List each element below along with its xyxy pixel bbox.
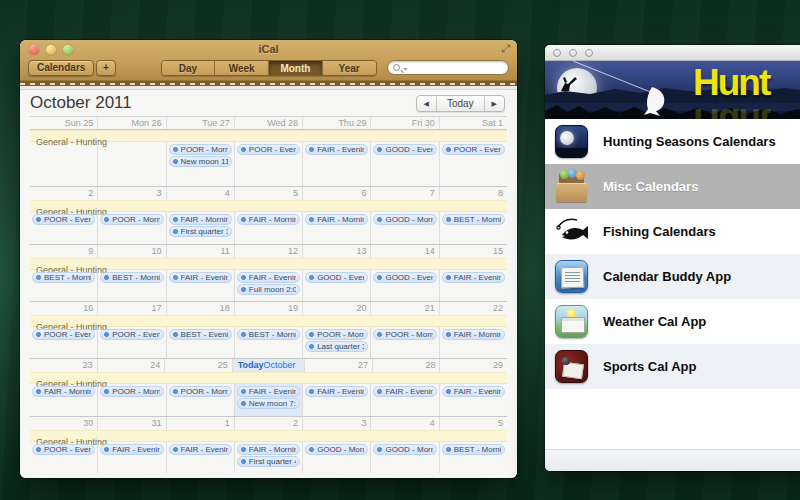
event-pill[interactable]: GOOD - Morning — [373, 444, 436, 455]
date-number-cell[interactable]: 17 — [97, 302, 165, 315]
date-number-cell[interactable]: 23 — [30, 359, 97, 372]
day-cell[interactable]: FAIR - MorningFirst quarter 4:38pm — [234, 442, 302, 473]
event-pill[interactable]: POOR - Evening — [442, 144, 505, 155]
event-pill[interactable]: GOOD - Evening — [373, 272, 436, 283]
today-button[interactable]: Today — [436, 96, 484, 111]
panel-close-button[interactable] — [553, 49, 561, 57]
event-pill[interactable]: GOOD - Morning — [305, 444, 368, 455]
day-cell[interactable]: POOR - MorningLast quarter 3:30am — [302, 327, 370, 358]
view-tab-year[interactable]: Year — [322, 61, 376, 75]
day-cell[interactable]: FAIR - Morning — [30, 384, 97, 415]
date-number-cell[interactable]: 3 — [97, 187, 165, 200]
date-number-cell[interactable]: 5 — [439, 417, 507, 430]
event-pill[interactable]: FAIR - Evening — [169, 444, 232, 455]
event-pill[interactable]: POOR - Evening — [32, 214, 95, 225]
day-cell[interactable]: FAIR - Evening — [166, 442, 234, 473]
date-number-cell[interactable]: 18 — [166, 302, 234, 315]
event-pill[interactable]: POOR - Evening — [32, 329, 95, 340]
day-cell[interactable]: POOR - Evening — [30, 212, 97, 243]
event-pill[interactable]: FAIR - Evening — [305, 386, 368, 397]
day-cell[interactable]: GOOD - Morning — [370, 442, 438, 473]
minimize-button[interactable] — [46, 45, 56, 55]
day-cell[interactable]: BEST - Morning — [439, 442, 507, 473]
event-pill[interactable]: FAIR - Morning — [32, 386, 95, 397]
list-item-calendar-buddy-app[interactable]: Calendar Buddy App — [545, 254, 800, 299]
day-cell[interactable]: POOR - Evening — [97, 327, 165, 358]
day-cell[interactable]: FAIR - Evening — [439, 384, 507, 415]
event-pill[interactable]: FAIR - Evening — [373, 386, 436, 397]
day-cell[interactable]: BEST - Morning — [97, 270, 165, 301]
day-cell[interactable]: FAIR - Evening — [439, 270, 507, 301]
date-number-cell[interactable]: 30 — [30, 417, 97, 430]
event-pill[interactable]: FAIR - Morning — [237, 214, 300, 225]
event-pill[interactable]: FAIR - Morning — [305, 214, 368, 225]
event-pill[interactable]: FAIR - Morning — [169, 214, 232, 225]
event-pill[interactable]: FAIR - Evening — [237, 272, 300, 283]
event-pill[interactable]: FAIR - Evening — [169, 272, 232, 283]
date-number-cell[interactable]: 29 — [439, 359, 507, 372]
day-cell[interactable]: FAIR - EveningNew moon 7:56pm — [234, 384, 302, 415]
date-number-cell[interactable]: 15 — [439, 245, 507, 258]
date-number-cell[interactable]: 20 — [302, 302, 370, 315]
event-pill[interactable]: Last quarter 3:30am — [305, 341, 368, 352]
day-cell[interactable]: FAIR - Evening — [302, 142, 370, 186]
day-cell[interactable]: POOR - Evening — [439, 142, 507, 186]
view-tab-week[interactable]: Week — [214, 61, 268, 75]
day-cell[interactable]: FAIR - Morning — [439, 327, 507, 358]
prev-month-button[interactable]: ◀ — [417, 96, 436, 111]
date-number-cell[interactable]: 8 — [439, 187, 507, 200]
list-item-fishing-calendars[interactable]: Fishing Calendars — [545, 209, 800, 254]
event-pill[interactable]: POOR - Morning — [100, 214, 163, 225]
day-cell[interactable]: FAIR - Evening — [302, 384, 370, 415]
day-cell[interactable]: POOR - Morning — [370, 327, 438, 358]
event-pill[interactable]: POOR - Morning — [169, 144, 232, 155]
allday-event-banner[interactable]: General - Hunting — [30, 258, 507, 270]
date-number-cell[interactable]: 13 — [302, 245, 370, 258]
date-number-cell[interactable]: 22 — [439, 302, 507, 315]
event-pill[interactable]: FAIR - Evening — [100, 444, 163, 455]
calendars-button[interactable]: Calendars — [28, 60, 94, 76]
day-cell[interactable]: GOOD - Morning — [370, 212, 438, 243]
event-pill[interactable]: GOOD - Evening — [373, 144, 436, 155]
day-cell[interactable]: POOR - Morning — [166, 384, 234, 415]
date-number-cell[interactable]: 9 — [30, 245, 97, 258]
allday-event-banner[interactable]: General - Hunting — [30, 130, 507, 142]
next-month-button[interactable]: ▶ — [484, 96, 504, 111]
event-pill[interactable]: POOR - Morning — [100, 386, 163, 397]
event-pill[interactable]: FAIR - Evening — [237, 386, 300, 397]
date-number-cell[interactable]: 28 — [372, 359, 440, 372]
day-cell[interactable]: POOR - Evening — [30, 327, 97, 358]
event-pill[interactable]: FAIR - Evening — [442, 272, 505, 283]
date-number-cell[interactable]: 2 — [234, 417, 302, 430]
allday-event-banner[interactable]: General - Hunting — [30, 315, 507, 327]
allday-event-banner[interactable]: General - Hunting — [30, 200, 507, 212]
date-number-cell[interactable]: 7 — [370, 187, 438, 200]
date-number-cell[interactable]: 4 — [370, 417, 438, 430]
date-number-cell[interactable]: 10 — [97, 245, 165, 258]
allday-event-banner[interactable]: General - Hunting — [30, 372, 507, 384]
event-pill[interactable]: BEST - Morning — [237, 329, 300, 340]
date-number-cell[interactable]: 25 — [164, 359, 232, 372]
date-number-cell[interactable]: 4 — [166, 187, 234, 200]
date-number-cell[interactable]: TodayOctober 26 — [232, 359, 305, 372]
view-tab-month[interactable]: Month — [268, 61, 322, 75]
event-pill[interactable]: BEST - Morning — [32, 272, 95, 283]
allday-event-banner[interactable]: General - Hunting — [30, 430, 507, 442]
event-pill[interactable]: BEST - Morning — [442, 214, 505, 225]
date-number-cell[interactable]: 19 — [234, 302, 302, 315]
date-number-cell[interactable]: 5 — [234, 187, 302, 200]
day-cell[interactable]: POOR - MorningNew moon 11:09am — [166, 142, 234, 186]
add-event-button[interactable]: + — [96, 60, 116, 76]
event-pill[interactable]: First quarter 4:38pm — [237, 456, 300, 467]
day-cell[interactable]: FAIR - Evening — [166, 270, 234, 301]
panel-minimize-button[interactable] — [569, 49, 577, 57]
list-item-misc-calendars[interactable]: Misc Calendars — [545, 164, 800, 209]
event-pill[interactable]: POOR - Morning — [373, 329, 436, 340]
event-pill[interactable]: Full moon 2:06am — [237, 284, 300, 295]
event-pill[interactable]: New moon 11:09am — [169, 156, 232, 167]
date-number-cell[interactable]: 11 — [166, 245, 234, 258]
event-pill[interactable]: FAIR - Morning — [237, 444, 300, 455]
date-number-cell[interactable]: 31 — [97, 417, 165, 430]
day-cell[interactable]: FAIR - Morning — [302, 212, 370, 243]
date-number-cell[interactable]: 27 — [304, 359, 372, 372]
